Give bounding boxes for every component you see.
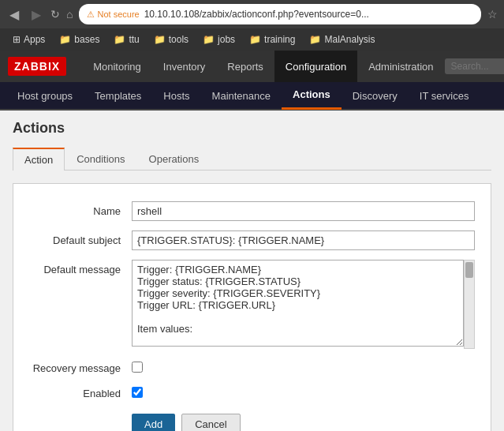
main-nav: Monitoring Inventory Reports Configurati… (82, 51, 444, 82)
tabs: Action Conditions Operations (13, 148, 491, 171)
browser-bar: ◀ ▶ ↻ ⌂ ⚠ Not secure 10.10.10.108/zabbix… (0, 0, 504, 28)
security-indicator: ⚠ Not secure (87, 9, 139, 20)
bookmarks-bar: ⊞ Apps 📁 bases 📁 ttu 📁 tools 📁 jobs 📁 tr… (0, 28, 504, 51)
bases-folder-icon: 📁 (59, 34, 71, 45)
bookmark-bases[interactable]: 📁 bases (53, 32, 106, 47)
home-button[interactable]: ⌂ (66, 8, 73, 21)
scrollbar[interactable] (464, 260, 475, 349)
nav-reports[interactable]: Reports (216, 51, 274, 82)
sub-nav: Host groups Templates Hosts Maintenance … (0, 82, 504, 111)
recovery-message-row: Recovery message (13, 354, 491, 379)
nav-inventory[interactable]: Inventory (152, 51, 216, 82)
recovery-message-label: Recovery message (29, 358, 132, 374)
bookmark-jobs[interactable]: 📁 jobs (196, 32, 241, 47)
jobs-folder-icon: 📁 (203, 34, 215, 45)
default-subject-label: Default subject (29, 230, 132, 246)
subnav-actions[interactable]: Actions (282, 81, 342, 110)
tools-folder-icon: 📁 (154, 34, 166, 45)
zabbix-logo: ZABBIX (8, 57, 66, 76)
subnav-templates[interactable]: Templates (84, 81, 152, 110)
default-message-textarea[interactable] (132, 260, 464, 347)
recovery-message-checkbox[interactable] (132, 362, 143, 373)
name-field (132, 201, 475, 221)
bookmark-tools[interactable]: 📁 tools (147, 32, 195, 47)
training-folder-icon: 📁 (249, 34, 261, 45)
form-container: Name Default subject Default message (13, 183, 491, 431)
form-actions: Add Cancel (13, 404, 491, 431)
recovery-message-field (132, 358, 475, 373)
search-input[interactable] (445, 58, 504, 74)
forward-button[interactable]: ▶ (28, 6, 44, 24)
address-text: 10.10.10.108/zabbix/actionconf.php?event… (144, 9, 369, 20)
nav-monitoring[interactable]: Monitoring (82, 51, 152, 82)
name-row: Name (13, 197, 491, 226)
bookmark-training[interactable]: 📁 training (243, 32, 301, 47)
cancel-button[interactable]: Cancel (181, 414, 240, 431)
apps-folder-icon: ⊞ (13, 34, 21, 45)
bookmark-apps[interactable]: ⊞ Apps (6, 32, 51, 47)
bookmark-malanalysis[interactable]: 📁 MalAnalysis (303, 32, 381, 47)
malanalysis-folder-icon: 📁 (309, 34, 321, 45)
enabled-checkbox[interactable] (132, 387, 143, 398)
warning-icon: ⚠ (87, 9, 95, 20)
name-input[interactable] (132, 201, 475, 221)
nav-administration[interactable]: Administration (357, 51, 444, 82)
address-bar[interactable]: ⚠ Not secure 10.10.10.108/zabbix/actionc… (79, 4, 481, 24)
enabled-label: Enabled (29, 384, 132, 399)
default-subject-row: Default subject (13, 226, 491, 255)
ttu-folder-icon: 📁 (114, 34, 125, 45)
reload-button[interactable]: ↻ (50, 8, 60, 21)
enabled-row: Enabled (13, 379, 491, 404)
default-subject-field (132, 230, 475, 250)
name-label: Name (29, 201, 132, 217)
page-title: Actions (13, 120, 491, 137)
tab-action[interactable]: Action (13, 148, 65, 171)
tab-operations[interactable]: Operations (137, 148, 211, 171)
subnav-it-services[interactable]: IT services (409, 81, 480, 110)
default-message-row: Default message (13, 255, 491, 354)
subnav-maintenance[interactable]: Maintenance (201, 81, 282, 110)
top-nav: ZABBIX Monitoring Inventory Reports Conf… (0, 51, 504, 82)
subnav-hosts[interactable]: Hosts (152, 81, 200, 110)
scrollbar-thumb[interactable] (465, 262, 473, 278)
default-message-label: Default message (29, 260, 132, 275)
tab-conditions[interactable]: Conditions (65, 148, 136, 171)
subnav-host-groups[interactable]: Host groups (6, 81, 84, 110)
default-subject-input[interactable] (132, 230, 475, 250)
add-button[interactable]: Add (132, 414, 175, 431)
bookmark-star-button[interactable]: ☆ (487, 8, 498, 21)
back-button[interactable]: ◀ (6, 6, 22, 24)
nav-configuration[interactable]: Configuration (274, 51, 357, 82)
default-message-field (132, 260, 475, 349)
enabled-field (132, 384, 475, 398)
bookmark-ttu[interactable]: 📁 ttu (107, 32, 145, 47)
page-content: Actions Action Conditions Operations Nam… (0, 111, 504, 431)
subnav-discovery[interactable]: Discovery (342, 81, 409, 110)
